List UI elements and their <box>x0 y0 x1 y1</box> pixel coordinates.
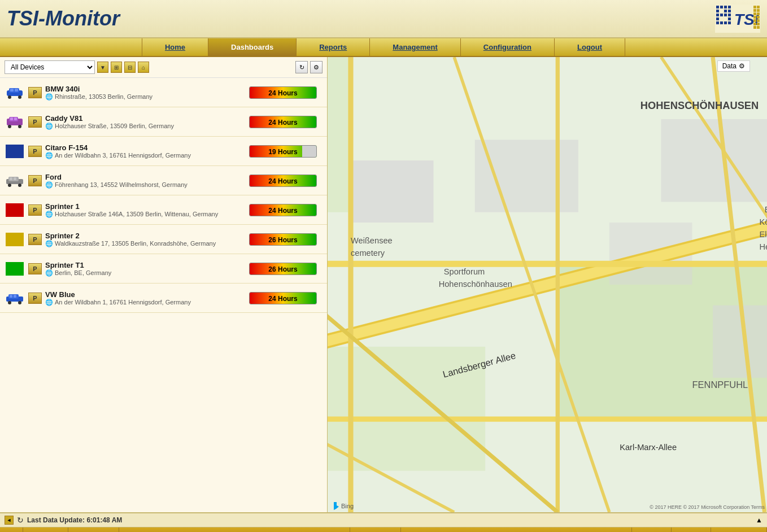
svg-rect-37 <box>10 89 14 91</box>
svg-rect-28 <box>757 19 760 22</box>
svg-text:Herzberge: Herzberge <box>760 242 767 251</box>
device-list: P BMW 340i 🌐 Rhinstraße, 13053 Berlin, G… <box>0 78 327 512</box>
globe-icon: 🌐 <box>45 93 53 101</box>
map-panel[interactable]: Landsberger Allee Storkower Straße Karl-… <box>328 57 767 512</box>
svg-rect-49 <box>10 177 12 180</box>
settings-btn[interactable]: ⚙ <box>310 61 323 73</box>
device-filter-dropdown[interactable]: All Devices <box>5 60 95 74</box>
map-watermark: © 2017 HERE © 2017 Microsoft Corporation… <box>650 504 765 510</box>
svg-rect-24 <box>757 12 760 15</box>
device-icon-bmw <box>5 85 25 101</box>
device-icon-sprintert1 <box>5 261 25 277</box>
bottom-toolbar: ◄ ↻ Last Data Update: 6:01:48 AM ▲ <box>0 513 767 527</box>
device-p-btn-sprintert1[interactable]: P <box>28 263 42 274</box>
status-bar-citaro: 19 Hours <box>249 145 317 158</box>
device-p-btn-sprinter2[interactable]: P <box>28 234 42 245</box>
svg-marker-110 <box>334 502 339 510</box>
device-row-sprintert1[interactable]: P Sprinter T1 🌐 Berlin, BE, Germany 26 H… <box>0 254 327 284</box>
device-addr-vwblue: 🌐 An der Wildbahn 1, 16761 Hennigsdorf, … <box>45 299 246 306</box>
nav-management[interactable]: Management <box>370 38 460 56</box>
device-name-ford: Ford <box>45 173 246 181</box>
status-bar-sprinter1: 24 Hours <box>249 204 317 216</box>
device-p-btn-caddy[interactable]: P <box>28 116 42 128</box>
svg-rect-26 <box>757 16 760 19</box>
device-info-sprinter1: Sprinter 1 🌐 Holzhauser Straße 146A, 135… <box>45 202 246 218</box>
svg-rect-65 <box>713 306 767 378</box>
device-info-citaro: Citaro F-154 🌐 An der Wildbahn 3, 16761 … <box>45 143 246 159</box>
device-icon-caddy <box>5 114 25 130</box>
globe-icon-sprintert1: 🌐 <box>45 269 53 277</box>
globe-icon-ford: 🌐 <box>45 181 53 189</box>
svg-text:Elisabeth: Elisabeth <box>760 230 767 239</box>
svg-point-42 <box>18 125 21 128</box>
svg-rect-20 <box>757 6 760 8</box>
svg-rect-29 <box>753 23 756 25</box>
toolbar-btn-1[interactable]: ⊞ <box>111 62 122 73</box>
main-area: All Devices ▼ ⊞ ⊟ ⌂ ↻ ⚙ <box>0 57 767 512</box>
nav-home[interactable]: Home <box>142 38 208 56</box>
device-addr-sprinter2: 🌐 Waldkauzstraße 17, 13505 Berlin, Konra… <box>45 240 246 247</box>
th-destination: Destination <box>400 527 631 532</box>
status-bar-caddy: 24 Hours <box>249 116 317 128</box>
globe-icon-vwblue: 🌐 <box>45 299 53 306</box>
device-status-vwblue: 24 Hours <box>249 292 323 304</box>
svg-rect-1 <box>716 6 719 8</box>
svg-rect-58 <box>328 57 351 212</box>
device-p-btn-citaro[interactable]: P <box>28 146 42 157</box>
nav-reports[interactable]: Reports <box>297 38 370 56</box>
device-row-citaro[interactable]: P Citaro F-154 🌐 An der Wildbahn 3, 1676… <box>0 137 327 166</box>
last-update-text: Last Data Update: 6:01:48 AM <box>27 516 122 524</box>
dropdown-arrow-btn[interactable]: ▼ <box>97 62 108 73</box>
prev-page-btn[interactable]: ◄ <box>5 516 14 525</box>
svg-rect-19 <box>753 6 756 8</box>
svg-text:Karl-Marx-Allee: Karl-Marx-Allee <box>620 443 677 452</box>
svg-rect-31 <box>753 26 756 29</box>
device-p-btn-sprinter1[interactable]: P <box>28 204 42 216</box>
device-p-btn-vwblue[interactable]: P <box>28 293 42 304</box>
device-info-ford: Ford 🌐 Föhrenhang 13, 14552 Wilhelmshors… <box>45 173 246 189</box>
toolbar-btn-3[interactable]: ⌂ <box>138 62 149 73</box>
bottom-panel: ◄ ↻ Last Data Update: 6:01:48 AM ▲ Icon … <box>0 512 767 532</box>
nav-configuration[interactable]: Configuration <box>461 38 555 56</box>
svg-rect-14 <box>716 21 719 24</box>
device-name-citaro: Citaro F-154 <box>45 143 246 152</box>
device-row-sprinter1[interactable]: P Sprinter 1 🌐 Holzhauser Straße 146A, 1… <box>0 195 327 225</box>
th-avgspeed: Average Speed <box>711 527 766 532</box>
svg-rect-17 <box>728 21 731 24</box>
nav-dashboards[interactable]: Dashboards <box>208 38 297 56</box>
bottom-refresh-icon[interactable]: ↻ <box>17 516 24 525</box>
device-name-sprintert1: Sprinter T1 <box>45 261 246 269</box>
svg-rect-2 <box>720 6 723 8</box>
trip-table: Icon Device Departure Origin Arrival <box>0 527 767 532</box>
device-status-sprinter2: 26 Hours <box>249 233 323 246</box>
device-row-caddy[interactable]: P Caddy V81 🌐 Holzhauser Straße, 13509 B… <box>0 107 327 137</box>
th-distance: Distance <box>671 527 711 532</box>
svg-point-41 <box>8 125 11 128</box>
status-bar-sprinter2: 26 Hours <box>249 233 317 246</box>
device-row-sprinter2[interactable]: P Sprinter 2 🌐 Waldkauzstraße 17, 13505 … <box>0 225 327 254</box>
globe-icon-sprinter2: 🌐 <box>45 240 53 247</box>
svg-rect-56 <box>14 295 16 298</box>
device-p-btn-bmw[interactable]: P <box>28 87 42 98</box>
device-row-bmw[interactable]: P BMW 340i 🌐 Rhinstraße, 13053 Berlin, G… <box>0 78 327 107</box>
svg-rect-5 <box>716 10 719 12</box>
svg-rect-10 <box>724 14 727 16</box>
status-bar-vwblue: 24 Hours <box>249 292 317 304</box>
table-header-row: Icon Device Departure Origin Arrival <box>0 527 767 532</box>
scroll-right-btn[interactable]: ▲ <box>756 516 762 524</box>
device-row-ford[interactable]: P Ford 🌐 Föhrenhang 13, 14552 Wilhelmsho… <box>0 166 327 195</box>
svg-text:cemetery: cemetery <box>351 248 385 258</box>
map-gear-icon[interactable]: ⚙ <box>739 62 745 70</box>
device-row-vwblue[interactable]: P VW Blue 🌐 An der Wildbahn 1, 16761 Hen… <box>0 284 327 313</box>
svg-rect-13 <box>728 18 731 20</box>
device-icon-sprinter1 <box>5 202 25 218</box>
nav-logout[interactable]: Logout <box>555 38 625 56</box>
refresh-btn[interactable]: ↻ <box>295 61 308 73</box>
device-icon-ford <box>5 173 25 189</box>
svg-rect-8 <box>716 14 719 16</box>
device-p-btn-ford[interactable]: P <box>28 175 42 186</box>
svg-text:Hohenschönhausen: Hohenschönhausen <box>439 280 512 289</box>
toolbar-btn-2[interactable]: ⊟ <box>124 62 136 73</box>
svg-rect-55 <box>10 295 12 298</box>
device-list-panel: All Devices ▼ ⊞ ⊟ ⌂ ↻ ⚙ <box>0 57 328 512</box>
